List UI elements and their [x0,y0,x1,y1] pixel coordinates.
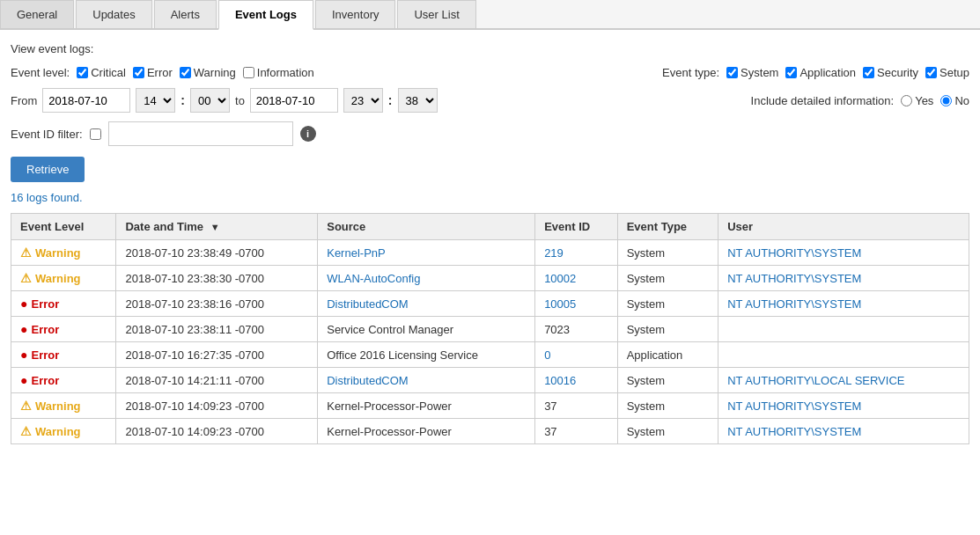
cell-event-id[interactable]: 10005 [535,291,618,317]
col-event-id[interactable]: Event ID [535,214,618,240]
event-id-link[interactable]: 0 [544,348,550,362]
col-user[interactable]: User [718,214,969,240]
warning-icon: ⚠ [20,246,32,260]
user-link[interactable]: NT AUTHORITY\SYSTEM [727,425,861,438]
cell-event-level: ●Error [11,291,116,317]
event-id-checkbox[interactable] [90,128,101,140]
user-link[interactable]: NT AUTHORITY\SYSTEM [727,272,861,285]
error-checkbox-label[interactable]: Error [133,66,173,79]
error-checkbox[interactable] [133,67,144,78]
event-type-filter: Event type: System Application Security … [662,66,969,79]
user-link[interactable]: NT AUTHORITY\LOCAL SERVICE [727,374,904,387]
event-id-link[interactable]: 219 [544,246,564,260]
user-link[interactable]: NT AUTHORITY\SYSTEM [727,297,861,311]
cell-user[interactable]: NT AUTHORITY\SYSTEM [718,419,969,444]
error-icon: ● [20,373,27,387]
cell-event-id: 37 [535,419,618,444]
colon-1: : [181,93,185,107]
cell-event-level: ⚠Warning [11,240,116,266]
col-event-type[interactable]: Event Type [617,214,718,240]
event-id-input[interactable] [108,121,293,146]
cell-source: Kernel-Processor-Power [318,393,535,419]
cell-source[interactable]: Kernel-PnP [318,240,535,266]
error-badge: ●Error [20,348,107,362]
cell-event-id[interactable]: 10002 [535,266,618,291]
from-min-select[interactable]: 00 153045 [190,88,230,113]
cell-source[interactable]: WLAN-AutoConfig [318,266,535,291]
user-link[interactable]: NT AUTHORITY\SYSTEM [727,246,861,260]
tab-updates[interactable]: Updates [76,0,151,28]
cell-user[interactable]: NT AUTHORITY\LOCAL SERVICE [718,368,969,393]
table-row: ●Error2018-07-10 16:27:35 -0700Office 20… [11,342,969,368]
to-hour-select[interactable]: 0001020304 0506070809 1011121314 1516171… [343,88,383,113]
source-link[interactable]: Kernel-PnP [327,246,385,260]
event-id-link[interactable]: 10005 [544,297,576,311]
tab-inventory[interactable]: Inventory [315,0,395,28]
warning-checkbox-label[interactable]: Warning [180,66,236,79]
user-link[interactable]: NT AUTHORITY\SYSTEM [727,399,861,413]
warning-badge: ⚠Warning [20,399,107,413]
cell-source[interactable]: DistributedCOM [318,291,535,317]
system-type-checkbox[interactable] [726,67,738,78]
warning-checkbox[interactable] [180,67,191,78]
source-link[interactable]: DistributedCOM [327,297,408,311]
application-type-checkbox[interactable] [785,67,797,78]
cell-user[interactable]: NT AUTHORITY\SYSTEM [718,240,969,266]
information-checkbox-label[interactable]: Information [243,66,314,79]
retrieve-button[interactable]: Retrieve [11,157,85,182]
cell-event-type: System [617,368,718,393]
cell-user[interactable]: NT AUTHORITY\SYSTEM [718,291,969,317]
yes-radio[interactable] [901,95,912,106]
cell-event-type: System [617,266,718,291]
source-link[interactable]: DistributedCOM [327,374,408,387]
tab-event-logs[interactable]: Event Logs [218,0,313,30]
event-id-link[interactable]: 10002 [544,272,576,285]
cell-event-level: ⚠Warning [11,266,116,291]
info-icon[interactable]: i [300,126,316,142]
cell-event-id[interactable]: 10016 [535,368,618,393]
cell-event-id[interactable]: 219 [535,240,618,266]
cell-user[interactable]: NT AUTHORITY\SYSTEM [718,266,969,291]
cell-datetime: 2018-07-10 14:21:11 -0700 [116,368,318,393]
col-event-level[interactable]: Event Level [11,214,116,240]
application-type-label[interactable]: Application [785,66,856,79]
to-min-select[interactable]: 0015303845 [398,88,438,113]
from-date-input[interactable] [42,88,130,113]
cell-source: Service Control Manager [318,317,535,342]
cell-event-type: Application [617,342,718,368]
cell-source[interactable]: DistributedCOM [318,368,535,393]
sort-icon: ▼ [210,222,220,232]
event-level-label: Event level: [11,66,70,79]
critical-checkbox[interactable] [77,67,88,78]
col-source[interactable]: Source [318,214,535,240]
no-radio-label[interactable]: No [940,94,969,107]
table-row: ●Error2018-07-10 23:38:11 -0700Service C… [11,317,969,342]
tab-user-list[interactable]: User List [397,0,475,28]
information-checkbox[interactable] [243,67,254,78]
error-badge: ●Error [20,373,107,387]
source-link[interactable]: WLAN-AutoConfig [327,272,420,285]
events-table: Event Level Date and Time ▼ Source Event… [11,213,969,444]
setup-type-checkbox[interactable] [925,67,937,78]
setup-type-label[interactable]: Setup [925,66,969,79]
tab-alerts[interactable]: Alerts [154,0,217,28]
cell-event-id[interactable]: 0 [535,342,618,368]
table-header-row: Event Level Date and Time ▼ Source Event… [11,214,969,240]
tab-general[interactable]: General [0,0,74,28]
col-date-time[interactable]: Date and Time ▼ [116,214,318,240]
from-hour-select[interactable]: 14 0001020304 0506070809 10111213 151617… [136,88,175,113]
security-type-label[interactable]: Security [863,66,918,79]
to-date-input[interactable] [250,88,338,113]
yes-radio-label[interactable]: Yes [901,94,933,107]
critical-checkbox-label[interactable]: Critical [77,66,126,79]
from-label: From [11,94,37,107]
cell-event-level: ●Error [11,342,116,368]
no-radio[interactable] [940,95,952,106]
cell-user [718,317,969,342]
cell-event-type: System [617,240,718,266]
cell-event-level: ⚠Warning [11,419,116,444]
security-type-checkbox[interactable] [863,67,874,78]
system-type-label[interactable]: System [726,66,778,79]
event-id-link[interactable]: 10016 [544,374,576,387]
cell-user[interactable]: NT AUTHORITY\SYSTEM [718,393,969,419]
